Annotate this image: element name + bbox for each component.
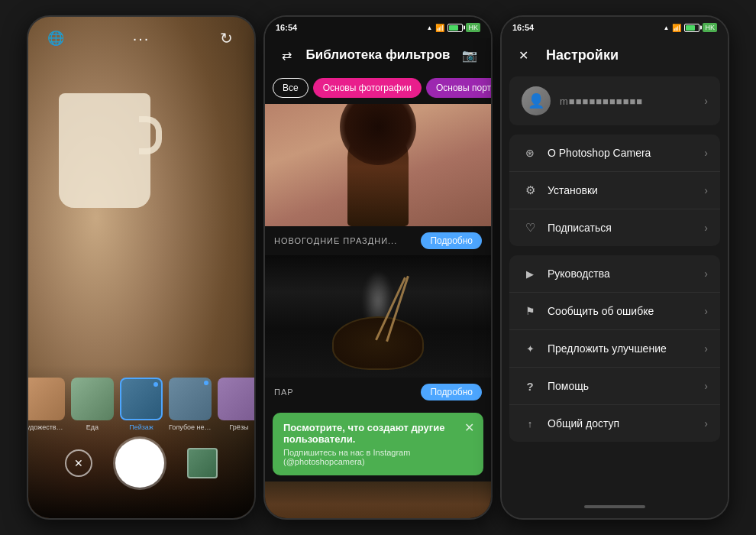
filter-item-artistic[interactable]: Художестве... [27,378,65,431]
refresh-button[interactable]: ↻ [215,26,239,50]
settings-bottom-bar [502,495,728,518]
active-indicator [153,382,158,387]
bowl-shape [332,316,424,370]
camera-small-icon: 📷 [462,48,477,63]
camera-button-2[interactable]: 📷 [459,44,480,66]
filter-item-dreams[interactable]: Грёзы [218,378,256,431]
profile-item[interactable]: 👤 m■■■■■■■■■■■ › [509,76,720,125]
about-icon: ⊛ [522,144,538,161]
settings-item-help[interactable]: ? Помощь › [509,368,720,405]
settings-item-report-bug[interactable]: ⚑ Сообщить об ошибке › [509,293,720,330]
help-icon: ? [522,378,538,394]
phone-settings: 16:54 ▲ 📶 HK ✕ Настройки 👤 m■■■■■■■■■■■ … [500,15,729,520]
close-settings-button[interactable]: ✕ [512,44,534,66]
battery-icon-2 [447,24,463,32]
filter-item-food[interactable]: Еда [71,378,114,431]
globe-icon: 🌐 [47,30,64,47]
settings-item-suggest[interactable]: ✦ Предложить улучшение › [509,330,720,368]
filter-item-blue-sky[interactable]: Голубое небо [169,378,212,431]
share-arrow-icon: ↑ [528,418,533,430]
profile-name: m■■■■■■■■■■■ [560,96,704,107]
share-icon: ↑ [522,415,538,432]
settings-item-preferences[interactable]: ⚙ Установки › [509,172,720,209]
heart-icon: ♡ [525,221,535,235]
phone-filter-library: 16:54 ▲ 📶 HK ⇄ Библиотека фильтров 📷 Все… [263,15,493,520]
share-label: Общий доступ [548,417,704,430]
filter-thumb-artistic [27,378,65,420]
help-chevron: › [704,380,708,392]
battery-fill-3 [686,25,694,31]
subscribe-chevron: › [704,222,708,234]
tab-photo-basics[interactable]: Основы фотографии [313,78,422,98]
flag-icon: ⚑ [525,305,535,317]
close-mode-button[interactable]: ✕ [65,449,92,477]
guides-icon: ▶ [522,265,538,282]
peek-next-image [265,481,491,518]
filter-card-woman-image [265,104,491,226]
status-icons-2: ▲ 📶 HK [427,23,480,32]
cup-illustration [51,63,173,261]
toast-notification: Посмотрите, что создают другие пользоват… [273,413,483,475]
dots-icon: ··· [133,30,150,47]
notification-dot-2: ▲ [427,24,433,31]
toast-subtitle: Подпишитесь на нас в Instagram (@photosh… [283,448,473,466]
settings-profile-section[interactable]: 👤 m■■■■■■■■■■■ › [509,76,720,125]
suggest-label: Предложить улучшение [548,342,704,355]
settings-item-about[interactable]: ⊛ О Photoshop Camera › [509,135,720,172]
report-bug-label: Сообщить об ошибке [548,305,704,317]
refresh-icon: ↻ [220,29,233,47]
about-chevron: › [704,147,708,159]
card-title-1: НОВОГОДНИЕ ПРАЗДНИ... [274,236,397,245]
signal-icon-3: 📶 [672,24,681,32]
transfer-icon: ⇄ [282,48,292,63]
settings-item-subscribe[interactable]: ♡ Подписаться › [509,209,720,246]
filter-label-artistic: Художестве... [27,423,65,431]
status-icons-3: ▲ 📶 HK [664,23,717,32]
profile-avatar: 👤 [522,86,551,115]
settings-section-2: ▶ Руководства › ⚑ Сообщить об ошибке › ✦… [509,255,720,442]
suggest-icon: ✦ [522,340,538,357]
filter-library-title: Библиотека фильтров [297,47,459,63]
tab-portrait-basics[interactable]: Основы портрета [426,78,491,98]
sparkle-icon: ✦ [526,343,535,355]
globe-icon-button[interactable]: 🌐 [44,26,68,50]
about-label: О Photoshop Camera [548,147,704,159]
tab-all[interactable]: Все [273,78,309,98]
filter-thumb-landscape [120,378,163,420]
close-icon: ✕ [74,457,83,469]
filter-content: НОВОГОДНИЕ ПРАЗДНИ... Подробно ПАР Подро… [265,104,491,518]
profile-chevron: › [704,95,708,107]
filter-label-blue-sky: Голубое небо [169,423,212,431]
camera-bottom-controls: Художестве... Еда Пейзаж Голубое небо [28,365,254,518]
filter-strip: Художестве... Еда Пейзаж Голубое небо [27,378,256,431]
status-bar-3: 16:54 ▲ 📶 HK [502,17,728,38]
card-footer-1: НОВОГОДНИЕ ПРАЗДНИ... Подробно [265,226,491,255]
bug-icon: ⚑ [522,303,538,319]
filter-item-landscape[interactable]: Пейзаж [120,378,163,431]
suggest-chevron: › [704,342,708,355]
filter-label-dreams: Грёзы [230,423,249,431]
settings-item-guides[interactable]: ▶ Руководства › [509,255,720,293]
back-transfer-button[interactable]: ⇄ [276,44,297,66]
question-icon: ? [526,380,533,393]
shutter-button[interactable] [115,439,164,488]
filter-thumb-food [71,378,114,420]
filter-library-header: ⇄ Библиотека фильтров 📷 [265,38,491,72]
subscribe-label: Подписаться [548,222,704,234]
guides-chevron: › [704,268,708,280]
filter-card-noodle: ПАР Подробно [265,255,491,407]
settings-item-share[interactable]: ↑ Общий доступ › [509,405,720,442]
phone-camera: 🌐 ··· ↻ Художестве... Еда Пейзаж [27,15,256,520]
card-footer-2: ПАР Подробно [265,378,491,407]
gallery-thumbnail-button[interactable] [187,448,218,478]
toast-close-button[interactable]: ✕ [464,420,474,435]
settings-section-1: ⊛ О Photoshop Camera › ⚙ Установки › ♡ П… [509,135,720,246]
more-options-button[interactable]: ··· [133,30,150,47]
battery-label-2: HK [466,23,480,32]
card-more-button-1[interactable]: Подробно [421,232,482,249]
guides-label: Руководства [548,268,704,280]
filter-label-landscape: Пейзаж [129,423,153,431]
card-more-button-2[interactable]: Подробно [421,384,482,400]
dot-indicator-sky [204,381,208,385]
preferences-label: Установки [548,184,704,196]
